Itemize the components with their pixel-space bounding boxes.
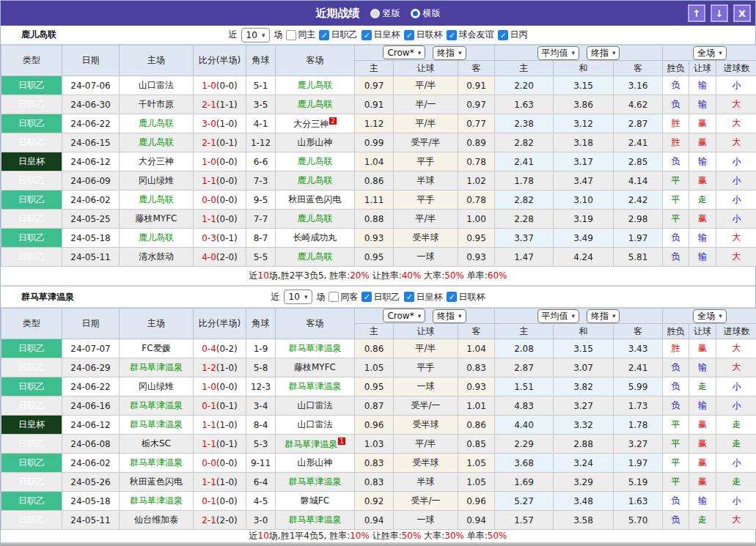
move-up-button[interactable]: ↑	[688, 4, 705, 22]
home-team[interactable]: 群马草津温泉	[120, 454, 194, 473]
match-count-select[interactable]: 10▾	[241, 28, 271, 43]
away-team[interactable]: 群马草津温泉1	[276, 435, 355, 454]
home-team[interactable]: 藤枝MYFC	[120, 210, 194, 229]
away-team[interactable]: 鹿儿岛联	[276, 210, 355, 229]
away-team[interactable]: 群马草津温泉	[276, 377, 355, 396]
away-team-name[interactable]: 群马草津温泉	[289, 514, 342, 525]
average-select[interactable]: 平均值▾	[537, 46, 580, 60]
home-team-name[interactable]: 群马草津温泉	[130, 495, 183, 506]
home-team-name[interactable]: 栃木SC	[142, 438, 171, 449]
home-team-name[interactable]: 冈山绿雉	[139, 175, 174, 185]
home-team[interactable]: 群马草津温泉	[120, 416, 194, 435]
league-filter-checkbox[interactable]: ✓日皇杯	[362, 29, 400, 41]
away-team[interactable]: 山口雷法	[276, 416, 355, 435]
match-count-select[interactable]: 10▾	[284, 289, 313, 304]
radio-selected-icon[interactable]	[411, 9, 420, 18]
home-team-name[interactable]: 山口雷法	[139, 80, 174, 90]
home-team-name[interactable]: 群马草津温泉	[130, 400, 183, 410]
home-team[interactable]: 清水鼓动	[120, 248, 194, 267]
away-team-name[interactable]: 鹿儿岛联	[298, 99, 333, 109]
close-button[interactable]: X	[733, 4, 751, 22]
home-team-name[interactable]: 鹿儿岛联	[139, 118, 174, 128]
home-team-name[interactable]: 秋田蓝色闪电	[130, 476, 183, 487]
home-team-name[interactable]: 清水鼓动	[139, 251, 174, 262]
home-team[interactable]: 山口雷法	[120, 76, 194, 95]
away-team-name[interactable]: 磐城FC	[301, 495, 329, 506]
home-team[interactable]: 冈山绿雉	[120, 377, 194, 396]
vertical-layout-radio[interactable]: 竖版	[370, 7, 400, 20]
away-team-name[interactable]: 秋田蓝色闪电	[289, 194, 342, 204]
home-team-name[interactable]: 鹿儿岛联	[139, 194, 174, 204]
full-match-select[interactable]: 全场▾	[693, 46, 727, 60]
away-team-name[interactable]: 群马草津温泉	[289, 476, 342, 487]
home-team[interactable]: 大分三神	[120, 152, 194, 171]
away-team[interactable]: 鹿儿岛联	[276, 152, 355, 171]
away-team-name[interactable]: 山形山神	[298, 457, 333, 468]
home-team[interactable]: 冈山绿雉	[120, 171, 194, 191]
home-team-name[interactable]: 藤枝MYFC	[136, 213, 177, 224]
average-select[interactable]: 平均值▾	[537, 309, 580, 323]
away-team-name[interactable]: 群马草津温泉	[289, 343, 342, 353]
home-team[interactable]: FC爱媛	[120, 339, 194, 358]
horizontal-layout-radio[interactable]: 横版	[411, 7, 441, 20]
home-team-name[interactable]: 鹿儿岛联	[139, 232, 174, 243]
home-team-name[interactable]: 大分三神	[139, 156, 174, 166]
away-team-name[interactable]: 群马草津温泉	[289, 381, 342, 391]
avg-time-select[interactable]: 终指▾	[587, 46, 620, 60]
home-team-name[interactable]: 冈山绿雉	[139, 381, 174, 391]
away-team-name[interactable]: 藤枝MYFC	[294, 362, 336, 372]
home-team-name[interactable]: 千叶市原	[139, 99, 174, 109]
checkbox-unchecked-icon[interactable]	[329, 292, 339, 302]
away-team[interactable]: 藤枝MYFC	[276, 358, 355, 377]
away-team[interactable]: 秋田蓝色闪电	[276, 191, 355, 210]
away-team[interactable]: 长崎成功丸	[276, 229, 355, 248]
bookmaker-select[interactable]: Crow*▾	[383, 309, 425, 322]
home-team[interactable]: 鹿儿岛联	[120, 229, 194, 248]
home-team-name[interactable]: 群马草津温泉	[130, 457, 183, 468]
away-team-name[interactable]: 鹿儿岛联	[298, 156, 333, 166]
away-team[interactable]: 鹿儿岛联	[276, 248, 355, 267]
away-team-name[interactable]: 鹿儿岛联	[298, 175, 333, 185]
away-team-name[interactable]: 鹿儿岛联	[298, 213, 333, 224]
league-filter-checkbox[interactable]: ✓日丙	[498, 29, 527, 41]
checkbox-checked-icon[interactable]: ✓	[404, 30, 414, 40]
away-team[interactable]: 山形山神	[276, 454, 355, 473]
checkbox-checked-icon[interactable]: ✓	[447, 292, 457, 302]
away-team-name[interactable]: 山口雷法	[298, 400, 333, 410]
home-team[interactable]: 鹿儿岛联	[120, 114, 194, 133]
away-team[interactable]: 鹿儿岛联	[276, 171, 355, 191]
away-team-name[interactable]: 鹿儿岛联	[298, 80, 333, 90]
league-filter-checkbox[interactable]: ✓日皇杯	[404, 291, 442, 303]
odds-time-select[interactable]: 终指▾	[433, 46, 466, 60]
away-team[interactable]: 山形山神	[276, 133, 355, 152]
home-team[interactable]: 群马草津温泉	[120, 396, 194, 416]
checkbox-checked-icon[interactable]: ✓	[362, 292, 372, 302]
home-team[interactable]: 秋田蓝色闪电	[120, 473, 194, 492]
checkbox-checked-icon[interactable]: ✓	[404, 292, 414, 302]
home-team[interactable]: 栃木SC	[120, 435, 194, 454]
away-team[interactable]: 山口雷法	[276, 396, 355, 416]
checkbox-unchecked-icon[interactable]	[286, 30, 296, 40]
home-team[interactable]: 千叶市原	[120, 95, 194, 114]
away-team-name[interactable]: 山口雷法	[298, 419, 333, 429]
checkbox-checked-icon[interactable]: ✓	[362, 30, 372, 40]
away-team[interactable]: 大分三神2	[276, 114, 355, 133]
home-team-name[interactable]: 群马草津温泉	[130, 362, 183, 372]
away-team-name[interactable]: 长崎成功丸	[293, 232, 337, 243]
home-team-name[interactable]: FC爱媛	[142, 343, 170, 353]
league-filter-checkbox[interactable]: ✓日联杯	[447, 291, 485, 303]
same-home-checkbox[interactable]: 同主	[286, 29, 315, 41]
home-team-name[interactable]: 仙台维加泰	[134, 514, 178, 525]
away-team-name[interactable]: 鹿儿岛联	[298, 251, 333, 262]
away-team[interactable]: 群马草津温泉	[276, 511, 355, 530]
home-team[interactable]: 鹿儿岛联	[120, 191, 194, 210]
same-away-checkbox[interactable]: 同客	[329, 291, 358, 303]
league-filter-checkbox[interactable]: ✓日职乙	[319, 29, 357, 41]
away-team[interactable]: 群马草津温泉	[276, 339, 355, 358]
move-down-button[interactable]: ↓	[711, 4, 728, 22]
away-team[interactable]: 磐城FC	[276, 492, 355, 511]
home-team-name[interactable]: 鹿儿岛联	[139, 137, 174, 147]
away-team-name[interactable]: 山形山神	[298, 137, 333, 147]
league-filter-checkbox[interactable]: ✓日联杯	[404, 29, 442, 41]
home-team[interactable]: 群马草津温泉	[120, 492, 194, 511]
